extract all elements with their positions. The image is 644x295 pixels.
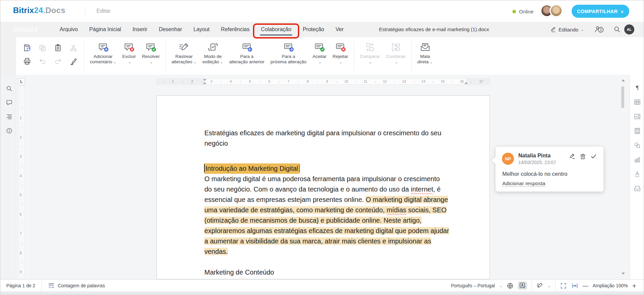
tab-referências[interactable]: Referências <box>215 22 255 37</box>
paste-button[interactable] <box>50 41 66 55</box>
table-settings-icon[interactable] <box>634 98 641 106</box>
document-text-line: do seu negócio. Com o avanço da tecnolog… <box>204 184 466 195</box>
tab-colaboração[interactable]: Colaboração <box>255 22 297 37</box>
ruler-tick <box>433 81 433 83</box>
word-count-label: Contagem de palavras <box>58 283 105 288</box>
language-selector[interactable]: Português – Portugal <box>451 283 495 288</box>
vertical-ruler[interactable]: 123456789 <box>18 86 25 279</box>
header-footer-settings-icon[interactable] <box>634 127 641 135</box>
redo-button[interactable] <box>50 55 66 68</box>
button-label: Rejeitar <box>332 54 348 59</box>
scrollbar-thumb[interactable] <box>621 86 624 108</box>
reject-change-icon <box>335 41 346 54</box>
collab-count-number: 2 <box>600 28 602 32</box>
copy-style-button[interactable] <box>66 55 81 68</box>
zoom-out-button[interactable]: — <box>583 283 588 289</box>
dropdown-chevron-icon: ⌄ <box>395 60 398 64</box>
undo-button[interactable] <box>35 55 50 68</box>
first-line-indent-marker[interactable] <box>203 79 206 81</box>
chart-settings-icon[interactable] <box>634 156 641 163</box>
reject-change-button[interactable]: Rejeitar ⌄ <box>329 40 351 65</box>
search-icon[interactable] <box>614 26 621 33</box>
tab-stop-selector[interactable]: L <box>18 78 25 85</box>
fit-page-icon[interactable] <box>560 282 567 289</box>
display-mode-icon <box>207 41 218 54</box>
combine-button[interactable]: Combinar ⌄ <box>383 40 409 65</box>
about-info-icon[interactable] <box>6 128 12 134</box>
resolve-comment-icon[interactable] <box>590 153 597 159</box>
word-count-button[interactable]: 12 Contagem de palavras <box>42 280 111 292</box>
cut-button[interactable] <box>66 41 81 55</box>
copy-button[interactable] <box>35 41 50 55</box>
ruler-tick <box>414 81 414 83</box>
document-page[interactable]: Estratégias eficazes de marketing digita… <box>156 95 490 279</box>
text-cursor <box>204 164 205 172</box>
svg-text:¶: ¶ <box>636 84 639 91</box>
ruler-tick <box>21 224 22 224</box>
next-change-button[interactable]: Para a próxima alteração <box>267 40 309 65</box>
document-filename: Estratégias eficazes de e-mail marketing… <box>379 22 500 37</box>
ruler-number: 11 <box>364 80 367 83</box>
share-button[interactable]: COMPARTILHAR ∨ <box>572 5 629 18</box>
scroll-down-arrow-icon[interactable] <box>622 273 625 275</box>
comment-card-tail <box>492 157 500 164</box>
accept-change-button[interactable]: Aceitar ⌄ <box>309 40 329 65</box>
zoom-in-button[interactable]: + <box>632 282 636 289</box>
user-avatar-badge[interactable]: AL <box>624 24 634 34</box>
vertical-scrollbar[interactable] <box>620 77 626 277</box>
display-mode-button[interactable]: Modo de exibição⌄ <box>199 40 226 65</box>
compare-button[interactable]: Comparar ⌄ <box>357 40 383 65</box>
avatar[interactable] <box>550 4 563 17</box>
right-indent-marker[interactable] <box>464 82 468 84</box>
add-comment-button[interactable]: Adicionar comentário⌄ <box>87 40 119 65</box>
delete-comment-icon[interactable] <box>580 153 586 159</box>
fit-width-icon[interactable] <box>571 282 578 289</box>
tab-proteção[interactable]: Proteção <box>297 22 330 37</box>
track-changes-button[interactable]: Rastrear alterações⌄ <box>169 40 200 65</box>
ruler-number: 1 <box>172 80 174 83</box>
page-number-indicator[interactable]: Página 1 de 2 <box>0 280 41 292</box>
ruler-number: 10 <box>344 80 348 83</box>
delete-comment-button[interactable]: Excluir ⌄ <box>119 40 139 65</box>
ruler-number: 7 <box>287 80 289 83</box>
mail-merge-button[interactable]: Mala direta⌄ <box>414 40 436 65</box>
track-changes-icon <box>178 41 190 54</box>
ruler-number: 7 <box>20 232 22 235</box>
shape-settings-icon[interactable] <box>634 142 641 149</box>
dropdown-chevron-icon: ⌄ <box>193 60 196 64</box>
left-indent-marker[interactable] <box>203 82 206 84</box>
button-label: Combinar <box>386 54 406 59</box>
horizontal-ruler[interactable]: 1234567891011121314151617 <box>156 78 490 85</box>
tab-página-inicial[interactable]: Página Inicial <box>83 22 127 37</box>
editing-mode-dropdown[interactable]: Editando ⌄ <box>551 22 584 37</box>
menu-bar: Bitrix24® ArquivoPágina InicialInserirDe… <box>0 22 644 37</box>
resolve-comment-button[interactable]: Resolver ⌄ <box>139 40 163 65</box>
navigation-headings-icon[interactable] <box>6 114 12 120</box>
search-icon[interactable] <box>6 85 12 92</box>
comments-icon[interactable] <box>6 99 12 106</box>
edit-comment-icon[interactable] <box>569 153 575 159</box>
print-button[interactable] <box>19 55 35 68</box>
scroll-up-arrow-icon[interactable] <box>622 79 625 81</box>
paragraph-settings-icon[interactable]: ¶ <box>634 84 641 91</box>
comment-author-avatar: NP <box>502 153 514 165</box>
spell-check-toggle[interactable] <box>518 282 527 290</box>
ruler-tick <box>21 128 22 128</box>
mail-merge-settings-icon[interactable] <box>634 185 641 192</box>
tab-ver[interactable]: Ver <box>330 22 349 37</box>
chevron-down-icon: ⌄ <box>581 28 584 31</box>
tab-desenhar[interactable]: Desenhar <box>153 22 188 37</box>
track-changes-status-icon[interactable] <box>536 282 543 289</box>
quick-access-toolbar <box>19 41 81 68</box>
image-settings-icon[interactable] <box>634 113 641 120</box>
tab-layout[interactable]: Layout <box>188 22 215 37</box>
set-document-language-globe-icon[interactable] <box>507 282 514 289</box>
add-reply-link[interactable]: Adicionar resposta <box>502 180 545 187</box>
tab-inserir[interactable]: Inserir <box>127 22 153 37</box>
tab-arquivo[interactable]: Arquivo <box>54 22 83 37</box>
collaborators-count-button[interactable]: 2 <box>594 25 605 34</box>
ruler-tick <box>21 108 22 108</box>
text-art-settings-icon[interactable] <box>634 170 641 178</box>
save-button[interactable] <box>19 41 35 55</box>
previous-change-button[interactable]: Para a alteração anterior <box>226 40 267 65</box>
